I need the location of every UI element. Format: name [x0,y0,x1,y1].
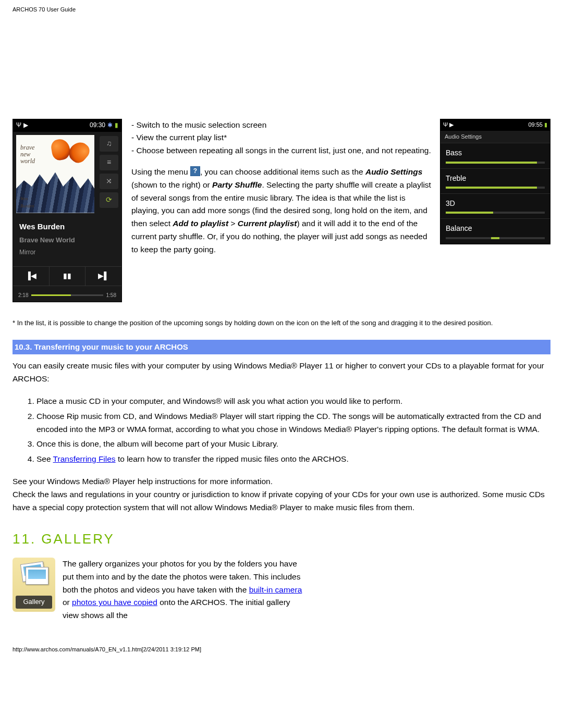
step-2: Choose Rip music from CD, and Windows Me… [36,410,550,436]
s10-3-after-2: Check the laws and regulations in your c… [13,488,550,514]
audio-settings-screenshot: Ψ ▶ 09:55 ▮ Audio Settings Bass Treble 3… [440,119,550,244]
butterfly-graphic [52,139,88,168]
3d-row[interactable]: 3D [440,193,550,218]
step-3: Once this is done, the album will become… [36,438,550,451]
s10-3-intro: You can easily create music files with y… [13,360,550,386]
footnote: * In the list, it is possible to change … [13,318,550,329]
statusbar: Ψ ▶ 09:30 ✱ ▮ [13,119,121,132]
music-library-button[interactable]: ♫ [100,136,118,152]
music-player-screenshot: Ψ ▶ 09:30 ✱ ▮ brave new world Wes Burden… [13,119,122,302]
prev-button[interactable]: ▐◀ [13,267,50,286]
menu-icon: ? [190,166,200,176]
balance-label: Balance [446,223,545,234]
battery-icon: ▮ [544,121,547,128]
progress-bar[interactable] [31,294,103,296]
next-button[interactable]: ▶▌ [85,267,121,286]
bass-label: Bass [446,147,545,158]
artist-name: Wes Burden [19,220,116,233]
gallery-app-icon: Gallery [13,558,55,612]
treble-row[interactable]: Treble [440,168,550,193]
section-10-3-header: 10.3. Transferring your music to your AR… [13,340,550,354]
playlist-button[interactable]: ≡ [100,155,118,170]
built-in-camera-link[interactable]: built-in camera [249,585,302,594]
battery-icon: ▮ [115,120,118,130]
track-name: Mirror [19,248,116,257]
gallery-icon-label: Gallery [16,596,52,609]
album-art-text: brave new world [20,144,35,165]
bass-row[interactable]: Bass [440,143,550,168]
elapsed-time: 2:18 [18,291,28,300]
step-1: Place a music CD in your computer, and W… [36,395,550,408]
transfer-steps: Place a music CD in your computer, and W… [13,395,550,466]
transferring-files-link[interactable]: Transferring Files [53,454,116,463]
section-11-heading: 11. GALLERY [13,528,550,550]
total-time: 1:58 [106,291,116,300]
clock: 09:30 [90,120,105,130]
album-name: Brave New World [19,235,116,246]
statusbar: Ψ ▶ 09:55 ▮ [440,119,550,131]
repeat-button[interactable]: ⟳ [100,192,118,208]
gallery-paragraph: The gallery organizes your photos for yo… [63,558,302,622]
usb-icon: Ψ [443,121,448,128]
s10-3-after-1: See your Windows Media® Player help inst… [13,475,550,488]
bluetooth-icon: ✱ [107,120,113,130]
3d-label: 3D [446,198,545,209]
page-header: ARCHOS 70 User Guide [13,5,550,15]
shuffle-button[interactable]: ⤨ [100,174,118,189]
play-icon: ▶ [23,120,28,130]
balance-row[interactable]: Balance [440,218,550,243]
clock: 09:55 [528,121,543,128]
step-4: See Transferring Files to learn how to t… [36,453,550,466]
page-footer: http://www.archos.com/manuals/A70_EN_v1.… [13,645,550,655]
photos-copied-link[interactable]: photos you have copied [72,598,157,607]
play-icon: ▶ [449,121,454,128]
album-art: brave new world Wes Burden [16,135,94,213]
audio-settings-title: Audio Settings [440,131,550,143]
album-signature: Wes Burden [20,195,34,210]
treble-label: Treble [446,172,545,184]
usb-icon: Ψ [16,120,21,130]
pause-button[interactable]: ▮▮ [50,267,86,286]
